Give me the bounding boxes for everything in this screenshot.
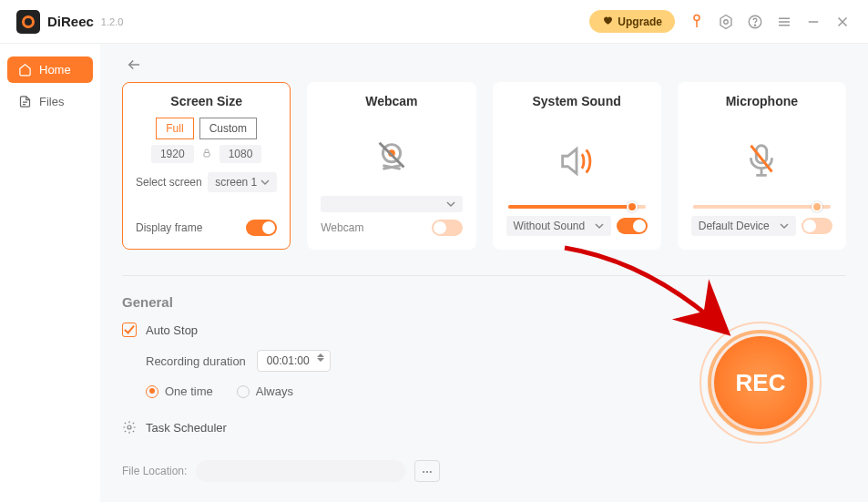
select-screen-value: screen 1: [215, 176, 257, 189]
mic-off-icon: [691, 118, 832, 205]
svg-point-2: [724, 19, 729, 24]
upgrade-label: Upgrade: [618, 15, 662, 28]
auto-stop-checkbox[interactable]: [122, 323, 137, 337]
mic-toggle[interactable]: [802, 218, 832, 234]
display-frame-toggle[interactable]: [246, 220, 277, 236]
sound-volume-slider[interactable]: [508, 205, 646, 209]
sound-toggle[interactable]: [617, 218, 648, 234]
screen-size-title: Screen Size: [136, 94, 277, 108]
nav-files[interactable]: Files: [7, 88, 93, 115]
nav-home-label: Home: [39, 63, 71, 77]
radio-always-indicator: [237, 385, 250, 398]
chevron-down-icon: [260, 178, 270, 187]
help-icon[interactable]: [746, 13, 764, 31]
webcam-off-icon: [321, 118, 462, 196]
radio-always-label: Always: [256, 384, 293, 398]
nav-files-label: Files: [39, 95, 64, 108]
file-location-input[interactable]: [196, 460, 405, 482]
duration-step-up[interactable]: [317, 353, 324, 357]
sound-title: System Sound: [506, 94, 648, 108]
mic-volume-slider[interactable]: [693, 205, 831, 209]
webcam-label: Webcam: [321, 221, 363, 234]
divider: [122, 275, 846, 276]
card-system-sound[interactable]: System Sound Without Sound: [493, 82, 661, 250]
settings-icon[interactable]: [717, 13, 735, 31]
file-location-label: File Location:: [122, 465, 187, 477]
tab-full[interactable]: Full: [156, 118, 193, 139]
sound-device-select[interactable]: Without Sound: [506, 216, 611, 236]
app-name: DiReec: [47, 14, 94, 29]
lock-icon[interactable]: [201, 146, 212, 162]
webcam-device-select[interactable]: [321, 196, 462, 212]
chevron-down-icon: [446, 200, 455, 209]
svg-point-4: [754, 25, 755, 26]
card-screen-size[interactable]: Screen Size Full Custom 1920 1080 Select…: [122, 82, 291, 250]
tab-custom[interactable]: Custom: [199, 118, 257, 139]
record-button[interactable]: REC: [714, 336, 807, 429]
nav-home[interactable]: Home: [7, 56, 93, 83]
card-webcam[interactable]: Webcam Webcam: [307, 82, 475, 250]
duration-label: Recording duration: [146, 354, 246, 368]
auto-stop-label: Auto Stop: [146, 323, 198, 337]
chevron-down-icon: [595, 221, 604, 231]
rec-label: REC: [736, 369, 786, 397]
width-value[interactable]: 1920: [151, 145, 194, 163]
radio-one-time-indicator: [146, 385, 158, 398]
app-logo: [16, 10, 40, 34]
speaker-icon: [506, 118, 648, 205]
display-frame-label: Display frame: [136, 221, 202, 234]
mic-device-value: Default Device: [699, 220, 770, 232]
task-scheduler-label: Task Scheduler: [146, 421, 227, 435]
close-button[interactable]: [833, 13, 852, 31]
upgrade-button[interactable]: Upgrade: [589, 10, 675, 33]
radio-one-time[interactable]: One time: [146, 384, 213, 398]
some-tool-icon[interactable]: [688, 13, 706, 31]
duration-step-down[interactable]: [317, 358, 324, 362]
gear-icon: [122, 420, 137, 435]
browse-button[interactable]: …: [414, 460, 440, 482]
radio-one-time-label: One time: [165, 384, 213, 398]
app-version: 1.2.0: [101, 16, 123, 27]
duration-input[interactable]: 00:01:00: [257, 350, 331, 372]
duration-value: 00:01:00: [267, 354, 310, 367]
mic-device-select[interactable]: Default Device: [691, 216, 796, 236]
title-bar: DiReec 1.2.0 Upgrade: [0, 0, 868, 44]
select-screen-dropdown[interactable]: screen 1: [208, 172, 277, 192]
select-screen-label: Select screen: [136, 176, 202, 189]
mic-title: Microphone: [691, 94, 832, 108]
chevron-down-icon: [780, 221, 789, 231]
svg-point-9: [128, 425, 131, 429]
card-microphone[interactable]: Microphone Default Device: [678, 82, 846, 250]
back-button[interactable]: [122, 56, 846, 77]
menu-icon[interactable]: [775, 13, 793, 31]
height-value[interactable]: 1080: [220, 145, 262, 163]
sound-device-value: Without Sound: [514, 220, 586, 232]
svg-rect-5: [204, 153, 209, 158]
general-heading: General: [122, 294, 846, 310]
svg-marker-1: [720, 15, 731, 28]
svg-point-0: [694, 15, 700, 20]
sidebar: Home Files: [0, 44, 100, 502]
minimize-button[interactable]: [804, 13, 822, 31]
radio-always[interactable]: Always: [237, 384, 293, 398]
heart-icon: [602, 15, 613, 28]
webcam-toggle[interactable]: [432, 220, 463, 236]
webcam-title: Webcam: [321, 94, 462, 108]
record-button-container: REC: [697, 319, 824, 446]
